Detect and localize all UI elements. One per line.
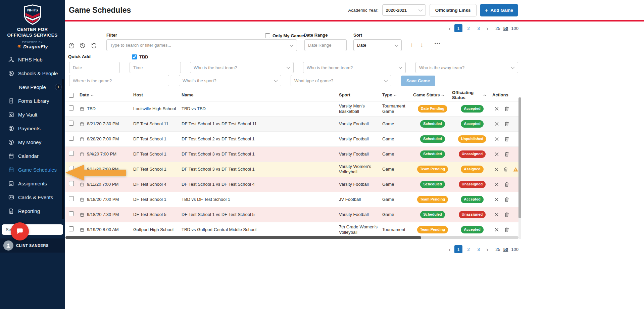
- game-row[interactable]: 8/28/20 7:00 PMDF Test School 1DF Test S…: [65, 132, 518, 147]
- sidebar-item-payments[interactable]: Payments: [0, 122, 65, 135]
- row-checkbox[interactable]: [69, 136, 74, 141]
- delete-game-button[interactable]: [504, 106, 510, 112]
- calendar-icon: [80, 152, 85, 157]
- game-location-input[interactable]: [69, 75, 169, 86]
- page-size-50[interactable]: 50: [503, 26, 508, 31]
- page-button-3[interactable]: 3: [475, 24, 483, 32]
- row-checkbox[interactable]: [69, 105, 74, 111]
- date-range-input[interactable]: [304, 39, 347, 51]
- sidebar-item-nfhs-hub[interactable]: NFHS Hub: [0, 53, 65, 67]
- row-checkbox[interactable]: [69, 226, 74, 231]
- sort-descending-button[interactable]: ↓: [418, 41, 426, 49]
- academic-year-select[interactable]: 2020-2021: [382, 4, 426, 16]
- delete-game-button[interactable]: [504, 212, 510, 218]
- row-checkbox[interactable]: [69, 211, 74, 216]
- game-type-select[interactable]: What type of game?: [291, 75, 391, 86]
- help-button[interactable]: [67, 41, 76, 50]
- sidebar-item-cards-events[interactable]: Cards & Events: [0, 190, 65, 204]
- cancel-game-button[interactable]: [494, 151, 500, 157]
- cancel-game-button[interactable]: [494, 227, 500, 233]
- delete-game-button[interactable]: [504, 181, 510, 187]
- cancel-game-button[interactable]: [494, 196, 500, 203]
- more-options-button[interactable]: •••: [433, 41, 443, 46]
- away-team-select[interactable]: Who is the away team?: [415, 62, 518, 73]
- page-size-25[interactable]: 25: [495, 26, 500, 31]
- add-game-button[interactable]: + Add Game: [480, 4, 518, 16]
- row-checkbox[interactable]: [69, 121, 74, 126]
- sidebar-item-reporting[interactable]: Reporting: [0, 204, 65, 218]
- game-row[interactable]: 9/11/20 7:00 PMDF Test School 4DF Test S…: [65, 177, 518, 192]
- refresh-button[interactable]: [90, 41, 98, 50]
- page-button-3[interactable]: 3: [475, 245, 483, 253]
- delete-game-button[interactable]: [503, 166, 508, 172]
- game-row[interactable]: 9/19/20 8:00 AMGulfport High SchoolTBD v…: [65, 222, 518, 237]
- only-my-games-checkbox[interactable]: [265, 33, 270, 38]
- row-checkbox[interactable]: [69, 151, 74, 156]
- prev-page-button[interactable]: ‹: [447, 246, 452, 253]
- history-button[interactable]: [78, 41, 87, 50]
- column-header-date[interactable]: Date: [80, 93, 133, 98]
- quick-add-time-input[interactable]: [130, 62, 181, 73]
- next-page-button[interactable]: ›: [485, 25, 490, 32]
- sort-ascending-button[interactable]: ↑: [408, 41, 416, 49]
- sidebar-item-my-vault[interactable]: My Vault: [0, 108, 65, 122]
- page-button-1[interactable]: 1: [454, 24, 462, 32]
- delete-game-button[interactable]: [504, 151, 510, 157]
- sidebar-item-new-people[interactable]: New People1: [0, 80, 65, 94]
- column-header-gs[interactable]: Game Status: [413, 93, 452, 98]
- game-name: DF Test School 3 vs DF Test School 1: [182, 167, 255, 172]
- officiating-links-button[interactable]: Officiating Links: [430, 4, 477, 16]
- page-size-100[interactable]: 100: [511, 247, 518, 252]
- tbd-toggle[interactable]: TBD: [132, 54, 148, 59]
- cancel-game-button[interactable]: [494, 181, 500, 187]
- game-row[interactable]: TBDLouisville High SchoolTBD vs TBDVarsi…: [65, 101, 518, 117]
- game-row[interactable]: 9/4/20 7:00 PMDF Test School 1DF Test Sc…: [65, 147, 518, 162]
- page-size-100[interactable]: 100: [511, 26, 518, 31]
- home-team-select[interactable]: Who is the home team?: [303, 62, 406, 73]
- sidebar-item-my-money[interactable]: My Money: [0, 135, 65, 149]
- game-row[interactable]: 8/21/20 7:30 PMDF Test School 11DF Test …: [65, 117, 518, 132]
- sidebar-item-assignments[interactable]: Assignments: [0, 177, 65, 190]
- search-input[interactable]: [107, 40, 297, 51]
- game-row[interactable]: 9/18/20 7:00 PMDF Test School 1TBD vs DF…: [65, 192, 518, 207]
- sidebar-item-game-schedules[interactable]: Game Schedules: [0, 163, 65, 177]
- horizontal-scrollbar-thumb[interactable]: [65, 236, 421, 239]
- vertical-scrollbar-thumb[interactable]: [518, 97, 521, 218]
- delete-game-button[interactable]: [504, 227, 510, 233]
- sort-select[interactable]: Date: [353, 39, 402, 51]
- save-game-button[interactable]: Save Game: [401, 76, 435, 86]
- sidebar-item-calendar[interactable]: Calendar: [0, 149, 65, 163]
- select-all-checkbox[interactable]: [69, 93, 74, 98]
- sidebar-item-schools-people[interactable]: Schools & People: [0, 67, 65, 80]
- add-game-label: Add Game: [490, 8, 513, 13]
- prev-page-button[interactable]: ‹: [447, 25, 452, 32]
- next-page-button[interactable]: ›: [485, 246, 490, 253]
- cancel-game-button[interactable]: [494, 136, 500, 142]
- row-checkbox[interactable]: [69, 196, 74, 201]
- only-my-games[interactable]: Only My Games: [265, 33, 305, 38]
- host-team-select[interactable]: Who is the host team?: [190, 62, 294, 73]
- delete-game-button[interactable]: [504, 196, 510, 203]
- page-button-1[interactable]: 1: [454, 245, 462, 253]
- chat-bubble-button[interactable]: [11, 222, 29, 240]
- sidebar-scrollbar-thumb[interactable]: [62, 79, 64, 219]
- cancel-game-button[interactable]: [494, 166, 499, 172]
- delete-game-button[interactable]: [504, 136, 510, 142]
- quick-add-date-input[interactable]: [69, 62, 120, 73]
- page-button-2[interactable]: 2: [464, 245, 473, 253]
- cancel-game-button[interactable]: [494, 212, 500, 218]
- column-header-os[interactable]: Officiating Status: [452, 90, 492, 100]
- cancel-game-button[interactable]: [494, 106, 500, 112]
- game-row[interactable]: 9/18/20 7:30 PMDF Test School 5DF Test S…: [65, 207, 518, 222]
- delete-game-button[interactable]: [504, 121, 510, 127]
- tbd-checkbox[interactable]: [132, 54, 137, 59]
- cancel-game-button[interactable]: [494, 121, 500, 127]
- page-size-50[interactable]: 50: [503, 247, 508, 252]
- column-header-type[interactable]: Type: [382, 93, 413, 98]
- sidebar-item-forms-library[interactable]: Forms Library: [0, 94, 65, 108]
- game-row[interactable]: 9/11/20 7:00 PMDF Test School 1DF Test S…: [65, 162, 518, 177]
- user-row[interactable]: CLINT SANDERS: [0, 238, 65, 253]
- page-button-2[interactable]: 2: [464, 24, 473, 32]
- sport-select[interactable]: What's the sport?: [179, 75, 281, 86]
- page-size-25[interactable]: 25: [495, 247, 500, 252]
